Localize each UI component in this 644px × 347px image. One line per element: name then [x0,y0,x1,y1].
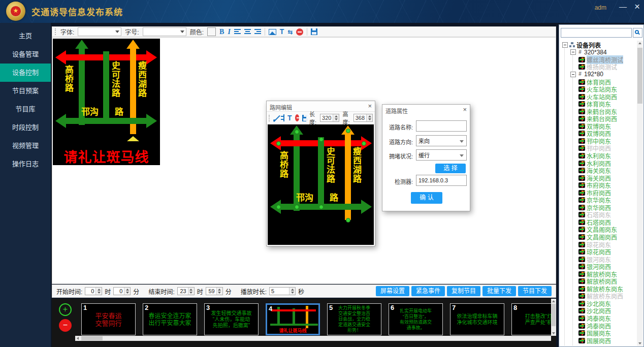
duration-stepper[interactable]: 5 [269,287,296,295]
scroll-up-icon[interactable] [552,300,555,302]
delete-icon[interactable] [295,114,299,121]
road-direction-select[interactable]: 来向 [416,135,467,146]
sidebar-item-video-management[interactable]: 视频管理 [0,137,51,155]
tree-item-device[interactable]: 维扬岗测试 [560,64,636,71]
align-left-icon[interactable] [234,29,241,35]
stepper-arrows-icon[interactable] [333,114,339,121]
program-thumbnail-6[interactable]: 6扎实开展电动车“百日整治”，有效预防道路交通事故。 [389,303,443,335]
delete-icon[interactable] [296,28,303,36]
spacing-icon[interactable]: ⇆ [287,28,293,36]
save-icon[interactable] [302,115,306,121]
batch-send-button[interactable]: 批量下发 [482,286,516,296]
tree-vertical-scrollbar[interactable] [637,41,643,346]
device-search-input[interactable] [561,28,632,38]
font-select[interactable] [78,27,121,36]
end-hour-stepper[interactable]: 23 [177,287,195,295]
align-center-icon[interactable] [244,29,251,35]
edit-handle[interactable] [319,137,324,142]
align-right-icon[interactable] [254,29,261,35]
italic-button[interactable]: I [228,28,230,36]
tree-item-root[interactable]: 设备列表 [560,41,636,49]
close-icon[interactable]: × [634,1,640,12]
edit-handle[interactable] [276,141,281,146]
select-button[interactable]: 选 择 [435,164,466,173]
program-thumbnail-7[interactable]: 7依法治理非标车辆净化城市交通环境 [450,303,504,335]
scroll-up-icon[interactable] [638,42,641,44]
stepper-arrows-icon[interactable] [188,288,194,295]
program-thumbnail-3[interactable]: 3发生轻微交通事故“人未伤，车能动先拍照，后撤离” [204,303,259,335]
road-name-field[interactable] [416,120,467,132]
stepper-arrows-icon[interactable] [95,288,102,295]
sidebar-item-operation-log[interactable]: 操作日志 [0,155,51,173]
strip-horizontal-scrollbar[interactable] [75,336,551,341]
yellow-stop-triangle-icon [127,136,139,141]
program-number: 3 [206,304,210,311]
collapse-icon[interactable] [562,42,568,48]
confirm-button[interactable]: 确 认 [411,192,442,204]
stepper-arrows-icon[interactable] [289,288,295,295]
scrollbar-thumb[interactable] [637,48,642,104]
text-tool-icon[interactable]: T [287,114,292,122]
program-thumbnail-8[interactable]: 8打击整改“灯严查严处“机 [511,303,556,335]
sidebar-item-home[interactable]: 主页 [0,27,51,45]
scroll-left-icon[interactable] [77,337,79,340]
height-stepper[interactable]: 368 [353,114,373,122]
edit-handle[interactable] [346,129,350,133]
size-select[interactable] [143,27,186,36]
toolbar-grip[interactable] [55,28,57,35]
tree-item-device[interactable]: 国展岗西 [560,337,636,344]
scroll-down-icon[interactable] [638,342,641,344]
save-icon[interactable] [311,28,317,35]
screen-settings-button[interactable]: 屏幕设置 [376,286,409,296]
copy-program-button[interactable]: 复制节目 [447,286,480,296]
sidebar-item-program-library[interactable]: 节目库 [0,100,51,118]
bold-button[interactable]: B [219,28,224,36]
scroll-down-icon[interactable] [552,332,555,334]
insert-image-icon[interactable] [269,29,276,35]
edit-handle[interactable] [362,141,366,146]
edit-handle[interactable] [319,205,324,209]
led-preview[interactable]: 高桥路 史可法路 瘦西湖路 邗沟 路 请礼让斑马线 [53,39,160,165]
program-send-button[interactable]: 节目下发 [518,286,552,296]
detector-field[interactable] [416,175,467,186]
sidebar-item-device-control[interactable]: 设备控制 [0,64,51,82]
congestion-select[interactable]: 缓行 [416,149,467,161]
sidebar-item-device-management[interactable]: 设备管理 [0,45,51,64]
text-tool-icon[interactable]: T [280,28,284,36]
toolbar-grip[interactable] [269,115,270,121]
roadnet-canvas[interactable]: 高桥路 史可法路 瘦西湖路 邗沟 路 [268,124,374,245]
color-swatch[interactable] [207,27,216,36]
minimize-icon[interactable]: — [619,2,627,11]
program-thumbnail-4[interactable]: 4请礼让斑马线 [266,303,320,335]
close-icon[interactable]: × [368,102,372,110]
scrollbar-thumb[interactable] [81,336,103,340]
edit-handle[interactable] [295,205,299,209]
edit-handle[interactable] [276,205,281,209]
length-stepper[interactable]: 320 [320,114,339,122]
collapse-icon[interactable] [570,72,576,77]
close-icon[interactable]: × [463,106,467,113]
sidebar-item-period-control[interactable]: 时段控制 [0,118,51,137]
strip-vertical-scrollbar[interactable] [551,299,556,336]
scrollbar-thumb[interactable] [552,304,556,326]
sidebar-item-program-plan[interactable]: 节目预案 [0,82,51,100]
end-minute-stepper[interactable]: 59 [206,287,223,295]
program-thumbnail-5[interactable]: 5大力开展秋冬季交通安全整治百日会战，全力稳定道路交通安全形势！ [327,303,381,335]
remove-program-button[interactable]: − [59,319,72,332]
device-search-button[interactable] [633,28,642,38]
edit-handle[interactable] [346,218,350,223]
stepper-arrows-icon[interactable] [216,288,222,295]
collapse-icon[interactable] [570,49,576,55]
program-thumbnail-1[interactable]: 1平安春运交警同行 [81,303,136,335]
add-program-button[interactable]: + [59,303,72,316]
edit-handle[interactable] [295,130,299,134]
draw-line-icon[interactable] [273,114,277,121]
current-user[interactable]: adm [595,4,606,11]
stepper-arrows-icon[interactable] [124,288,130,295]
program-thumbnail-2[interactable]: 2春运安全连万家出行平安靠大家 [143,303,197,335]
road-tool-icon[interactable] [281,114,284,121]
emergency-event-button[interactable]: 紧急事件 [411,286,445,296]
start-minute-stepper[interactable]: 0 [113,287,131,295]
start-hour-stepper[interactable]: 0 [85,287,102,295]
stepper-arrows-icon[interactable] [366,114,372,121]
